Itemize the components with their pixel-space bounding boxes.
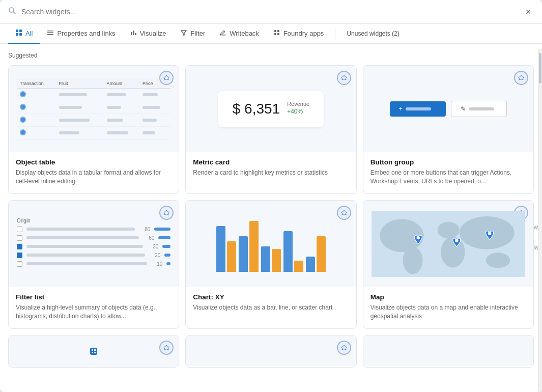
svg-rect-38 (94, 352, 96, 353)
chart-bar-group (239, 221, 259, 272)
filter-count-bar (158, 236, 170, 239)
svg-rect-16 (274, 33, 276, 35)
tab-filter[interactable]: Filter (173, 24, 212, 44)
tab-visualize-label: Visualize (140, 30, 166, 37)
widget-card-button-group[interactable]: + ✎ Button group Embed one or more butto… (363, 65, 534, 194)
col-fruit: Fruit (56, 79, 104, 89)
widget-preview-button-group: + ✎ (363, 66, 533, 152)
widget-preview-object-table: Transaction Fruit Amount Price (9, 66, 179, 152)
tab-properties-label: Properties and links (57, 30, 115, 37)
widget-badge-partial-2 (337, 341, 351, 355)
svg-rect-6 (47, 31, 53, 32)
filter-count: 20 (149, 253, 160, 258)
tab-writeback[interactable]: Writeback (212, 24, 266, 44)
svg-rect-5 (19, 33, 22, 36)
widget-preview-partial-2 (186, 335, 356, 366)
search-input[interactable] (21, 8, 517, 16)
chart-bar-group (283, 231, 303, 272)
filter-label-bar (26, 245, 143, 248)
filter-row: 30 (17, 244, 170, 249)
map-preview (372, 211, 525, 277)
widget-desc-chart-xy: Visualize objects data as a bar, line, o… (193, 303, 349, 312)
widget-card-partial-1[interactable] (8, 335, 179, 368)
obj-table-preview: Transaction Fruit Amount Price (17, 79, 170, 139)
filter-preview: Origin 80 60 (17, 216, 170, 272)
svg-point-31 (416, 236, 419, 239)
add-button-preview: + (390, 101, 446, 117)
filter-label-bar (26, 236, 139, 239)
widget-preview-partial-1 (9, 335, 179, 367)
partial-icon-1 (90, 348, 97, 355)
chart-bar-orange (294, 261, 303, 272)
svg-rect-10 (133, 31, 134, 35)
filter-icon (180, 29, 187, 38)
widget-title-button-group: Button group (370, 158, 526, 166)
widget-title-map: Map (370, 293, 526, 301)
filter-label-bar (26, 262, 147, 265)
svg-point-27 (437, 222, 459, 238)
chart-bar-orange (227, 241, 236, 272)
widget-info-metric: Metric card Render a card to highlight k… (186, 152, 356, 184)
filter-row: 80 (17, 227, 170, 232)
tab-writeback-label: Writeback (230, 30, 259, 37)
widget-preview-chart-xy (186, 201, 356, 287)
table-row (17, 126, 170, 139)
widget-desc-map: Visualize objects data on a map and enab… (370, 303, 526, 321)
filter-row: 60 (17, 235, 170, 241)
close-button[interactable]: × (522, 6, 534, 17)
svg-rect-4 (16, 33, 18, 36)
tab-unused[interactable]: Unused widgets (2) (339, 25, 406, 43)
chart-bar-blue (261, 246, 270, 272)
widget-card-chart-xy[interactable]: Chart: XY Visualize objects data as a ba… (185, 200, 356, 329)
tab-visualize[interactable]: Visualize (123, 24, 174, 44)
filter-checkbox (17, 227, 22, 232)
filter-count-bar (162, 245, 170, 248)
svg-point-0 (9, 8, 14, 12)
chart-bar-blue (283, 231, 293, 272)
widget-card-filter-list[interactable]: Origin 80 60 (8, 200, 179, 329)
svg-rect-17 (277, 33, 279, 35)
svg-point-30 (486, 253, 510, 268)
tab-all-label: All (25, 30, 33, 37)
chart-bar-group (306, 236, 326, 272)
filter-count-bar (154, 228, 170, 231)
chart-bar-blue (306, 257, 315, 272)
search-icon (8, 7, 16, 17)
widget-card-map[interactable]: Map Visualize objects data on a map and … (363, 200, 534, 329)
widget-card-metric[interactable]: $ 6,351 Revenue +40% Metric card Render … (185, 65, 356, 194)
scrollbar-track[interactable] (538, 49, 542, 392)
svg-marker-21 (164, 210, 169, 215)
svg-rect-15 (277, 30, 279, 32)
widget-card-partial-3[interactable] (363, 335, 534, 368)
svg-marker-34 (164, 345, 169, 350)
svg-marker-22 (341, 210, 347, 215)
tab-foundry[interactable]: Foundry apps (266, 24, 331, 44)
edit-button-preview: ✎ (451, 101, 507, 117)
partial-preview-content-1 (86, 344, 101, 359)
filter-checkbox-checked (17, 253, 22, 258)
svg-rect-8 (47, 34, 53, 35)
filter-label-bar (26, 228, 135, 231)
metric-label: Revenue (287, 101, 309, 107)
widget-card-object-table[interactable]: Transaction Fruit Amount Price (8, 65, 179, 194)
widget-info-filter-list: Filter list Visualize a high-level summa… (9, 287, 179, 328)
svg-rect-2 (16, 30, 18, 32)
edit-icon (219, 29, 226, 38)
tab-all[interactable]: All (8, 24, 40, 44)
col-transaction: Transaction (17, 79, 56, 89)
svg-point-32 (455, 239, 458, 242)
svg-rect-36 (94, 349, 96, 351)
svg-marker-39 (341, 345, 347, 350)
chart-preview (211, 216, 331, 272)
scrollbar-thumb[interactable] (539, 53, 541, 83)
svg-rect-7 (47, 33, 53, 34)
svg-rect-9 (131, 32, 132, 35)
btn-group-preview: + ✎ (390, 101, 507, 117)
widget-card-partial-2[interactable] (185, 335, 356, 368)
svg-rect-37 (92, 352, 93, 353)
app-icon (273, 29, 280, 38)
widget-preview-map (363, 201, 533, 287)
tab-properties[interactable]: Properties and links (40, 24, 122, 44)
list-icon (47, 29, 54, 38)
filter-label-bar (26, 254, 145, 257)
